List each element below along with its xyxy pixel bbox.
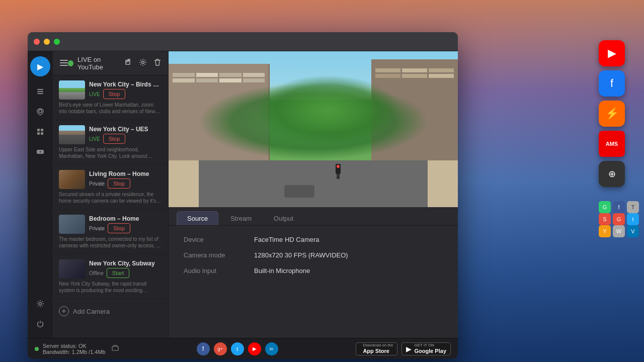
svg-point-9 [39, 303, 42, 305]
dock-youtube[interactable]: ▶ [599, 40, 625, 66]
settings-button[interactable] [139, 58, 147, 68]
bottom-tabs: Source Stream Output [169, 207, 458, 226]
camera-item[interactable]: New York City – Birds Eye LIVE Stop Bird… [53, 75, 168, 120]
mini-icon-3[interactable]: T [627, 201, 639, 213]
sidebar-item-grid[interactable] [31, 123, 49, 141]
camera-thumbnail [59, 259, 85, 279]
sidewalk-right [428, 160, 458, 207]
camera-name: Living Room – Home [89, 170, 162, 177]
sidebar-logo[interactable]: ▶ [30, 56, 50, 76]
camera-status: Offline Start [89, 268, 162, 278]
dock-facebook[interactable]: f [599, 70, 625, 97]
audio-input-row: Audio input Built-in Microphone [184, 267, 443, 275]
stop-button[interactable]: Stop [103, 134, 126, 144]
server-status-text: Server status: OK [43, 343, 106, 349]
google-play-badge[interactable]: ▶ GET IT ON Google Play [401, 342, 451, 355]
sidebar-item-layers[interactable] [31, 82, 49, 101]
tree-foliage-2 [256, 75, 400, 145]
hamburger-icon[interactable] [60, 59, 68, 68]
camera-status: Private Stop [89, 178, 162, 189]
status-label: Private [89, 181, 105, 187]
camera-item-header: Bedroom – Home Private Stop [59, 215, 162, 234]
footer-googleplus-button[interactable]: g+ [214, 342, 227, 355]
app-store-badge[interactable]: Download on the App Store [356, 342, 397, 355]
sidebar-item-location[interactable] [31, 103, 49, 121]
right-panel: Source Stream Output Device FaceTime HD … [169, 51, 458, 338]
mini-icon-9[interactable]: V [627, 225, 639, 237]
sidebar-item-youtube[interactable] [31, 143, 49, 161]
maximize-button[interactable] [54, 39, 60, 45]
audio-input-value: Built-in Microphone [254, 267, 310, 275]
title-bar [28, 32, 458, 51]
delete-button[interactable] [154, 58, 161, 68]
footer-linkedin-button[interactable]: in [265, 342, 278, 355]
start-button[interactable]: Start [107, 268, 129, 278]
status-dot [35, 347, 39, 351]
camera-name: New York City, Subway [89, 260, 162, 267]
tab-source[interactable]: Source [177, 211, 218, 225]
footer-facebook-button[interactable]: f [197, 342, 210, 355]
google-play-icon: ▶ [406, 345, 412, 353]
status-label: Offline [89, 270, 104, 276]
mini-icon-1[interactable]: G [599, 201, 611, 213]
camera-item[interactable]: Living Room – Home Private Stop Secured … [53, 165, 168, 210]
status-label: Private [89, 226, 105, 231]
add-icon: + [59, 306, 69, 316]
dock-target[interactable]: ⊕ [599, 161, 625, 187]
camera-info: New York City – Birds Eye LIVE Stop [89, 81, 162, 99]
camera-item-header: New York City, Subway Offline Start [59, 259, 162, 279]
stop-button[interactable]: Stop [108, 223, 130, 233]
minimize-button[interactable] [44, 39, 50, 45]
mini-icon-5[interactable]: G [613, 213, 625, 225]
sidewalk-left [169, 160, 199, 207]
camera-item[interactable]: New York City – UES LIVE Stop Upper East… [53, 120, 168, 165]
sidebar: ▶ [28, 51, 53, 338]
camera-mode-value: 644x362 30 FPS (RAWVIDEO) [254, 251, 348, 259]
bandwidth-text: Bandwidth: 1.2Mb /1.4Mb [43, 349, 106, 355]
footer-youtube-button[interactable]: ▶ [248, 342, 261, 355]
svg-rect-7 [41, 132, 43, 135]
svg-rect-4 [37, 129, 40, 131]
device-row: Device FaceTime HD Camera [184, 236, 443, 243]
status-text: Server status: OK Bandwidth: 1.2Mb /1.4M… [43, 343, 106, 355]
camera-info: New York City – UES LIVE Stop [89, 126, 162, 144]
stop-button[interactable]: Stop [103, 89, 126, 99]
camera-item[interactable]: Bedroom – Home Private Stop The master b… [53, 210, 168, 254]
dock-flash[interactable]: ⚡ [599, 101, 625, 127]
camera-thumbnail [59, 80, 85, 100]
upload-icon [112, 344, 119, 353]
svg-rect-12 [60, 65, 68, 66]
tab-output[interactable]: Output [264, 211, 303, 225]
mini-icon-4[interactable]: S [599, 213, 611, 225]
svg-point-3 [39, 110, 42, 113]
stop-button[interactable]: Stop [108, 178, 130, 189]
close-button[interactable] [34, 39, 40, 45]
sidebar-item-power[interactable] [31, 315, 49, 333]
status-label: LIVE [89, 136, 100, 142]
mini-dock-row-1: G f T [599, 201, 639, 213]
add-camera-button[interactable]: + Add Camera [53, 299, 168, 323]
tab-stream[interactable]: Stream [220, 211, 262, 225]
camera-item[interactable]: New York City, Subway Offline Start New … [53, 254, 168, 299]
camera-item-header: Living Room – Home Private Stop [59, 170, 162, 189]
store-badges: Download on the App Store ▶ GET IT ON Go… [356, 342, 451, 355]
live-indicator: LIVE on YouTube [68, 56, 124, 71]
mini-icon-2[interactable]: f [613, 201, 625, 213]
status-label: LIVE [89, 92, 100, 97]
window-controls [34, 39, 60, 45]
mini-icon-7[interactable]: Y [599, 225, 611, 237]
camera-thumbnail [59, 125, 85, 144]
dock-ams[interactable]: AMS [599, 131, 625, 157]
share-button[interactable] [124, 58, 132, 68]
footer-twitter-button[interactable]: t [231, 342, 244, 355]
camera-status: LIVE Stop [89, 89, 162, 99]
app-window: ▶ [28, 32, 458, 359]
camera-status: Private Stop [89, 223, 162, 233]
google-play-name: Google Play [414, 348, 446, 354]
mini-dock-row-3: Y W V [599, 225, 639, 237]
add-camera-label: Add Camera [73, 308, 110, 315]
mini-icon-6[interactable]: t [627, 213, 639, 225]
sidebar-item-settings[interactable] [31, 295, 49, 313]
mini-icon-8[interactable]: W [613, 225, 625, 237]
street-scene [169, 51, 458, 207]
